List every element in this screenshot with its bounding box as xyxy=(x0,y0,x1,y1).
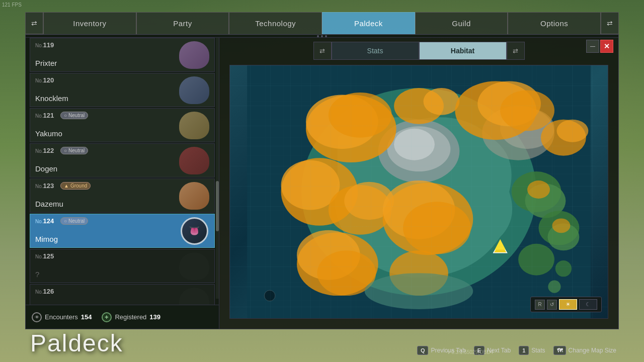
type-badge-123: ▲ Ground xyxy=(60,182,91,190)
pal-image-125 xyxy=(174,249,214,283)
map-tab-habitat[interactable]: Habitat xyxy=(419,42,507,60)
fps-counter: 121 FPS xyxy=(2,2,22,8)
pal-sidebar: No.119 Prixter No.120 Knocklem xyxy=(26,35,219,329)
type-badge-124: ○ Neutral xyxy=(60,217,88,225)
svg-point-41 xyxy=(264,290,275,301)
map-key-badge[interactable]: 🗺 xyxy=(553,346,566,355)
version-text: v 0.3.1.55029(DBD4 xyxy=(447,349,493,355)
svg-point-10 xyxy=(329,93,392,138)
pal-image-122 xyxy=(174,144,214,177)
svg-point-37 xyxy=(527,180,550,199)
day-mode-button[interactable]: ☀ xyxy=(559,299,577,310)
pal-image-126 xyxy=(174,285,214,305)
encounters-stat: 👁 Encounters 154 xyxy=(32,312,92,322)
pal-image-119 xyxy=(174,38,214,71)
pal-item-121[interactable]: No.121 ○ Neutral Yakumo xyxy=(30,108,215,142)
svg-point-34 xyxy=(555,260,572,277)
pal-item-122[interactable]: No.122 ○ Neutral Dogen xyxy=(30,143,215,177)
svg-point-15 xyxy=(500,90,554,131)
pal-item-125[interactable]: No.125 ? xyxy=(30,249,215,283)
pal-name-121: Yakumo xyxy=(35,129,62,138)
pal-name-125: ? xyxy=(35,270,39,279)
pal-image-120 xyxy=(174,73,214,107)
pal-item-124[interactable]: No.124 ○ Neutral Mimog 👅 xyxy=(30,214,215,248)
registered-label: Registered xyxy=(115,313,146,321)
svg-point-17 xyxy=(556,120,588,142)
tab-party[interactable]: Party xyxy=(136,12,229,34)
stats-label: Stats xyxy=(531,347,545,354)
close-button[interactable]: ✕ xyxy=(600,40,613,53)
svg-point-33 xyxy=(518,244,554,276)
pal-name-120: Knocklem xyxy=(35,94,68,103)
tab-technology[interactable]: Technology xyxy=(229,12,322,34)
map-tab-right-arrow[interactable]: ⇄ xyxy=(507,42,525,60)
resize-handle-top xyxy=(26,35,618,38)
night-mode-button[interactable]: ☾ xyxy=(579,299,597,310)
svg-point-5 xyxy=(394,129,435,160)
pal-item-123[interactable]: No.123 ▲ Ground Dazemu xyxy=(30,178,215,213)
encounters-label: Encounters xyxy=(45,313,78,321)
type-badge-121: ○ Neutral xyxy=(60,112,88,119)
registered-value: 139 xyxy=(149,313,160,321)
pal-name-123: Dazemu xyxy=(35,200,63,208)
encounters-value: 154 xyxy=(81,313,92,321)
pal-image-124: 👅 xyxy=(174,214,214,247)
svg-point-36 xyxy=(365,273,473,309)
map-tab-left-arrow[interactable]: ⇄ xyxy=(313,42,332,60)
scrollbar[interactable] xyxy=(216,37,219,299)
page-title: Paldeck xyxy=(30,329,123,357)
nav-left-arrow[interactable]: ⇄ xyxy=(25,12,43,34)
pal-list: No.119 Prixter No.120 Knocklem xyxy=(26,35,219,305)
tab-guild[interactable]: Guild xyxy=(415,12,508,34)
scrollbar-thumb[interactable] xyxy=(216,181,219,231)
stats-control: 1 Stats xyxy=(519,346,545,355)
encounters-icon: 👁 xyxy=(32,312,42,322)
map-tabs: ⇄ Stats Habitat ⇄ xyxy=(313,42,525,60)
main-panel: No.119 Prixter No.120 Knocklem xyxy=(25,34,619,329)
tab-paldeck[interactable]: Paldeck xyxy=(322,12,415,34)
change-map-label: Change Map Size xyxy=(569,347,616,354)
ui-overlay: 121 FPS ⇄ Inventory Party Technology Pal… xyxy=(0,0,644,362)
map-area: ⇄ Stats Habitat ⇄ ─ ✕ xyxy=(219,35,618,329)
pal-name-122: Dogen xyxy=(35,164,57,173)
refresh-toggle-button[interactable]: R xyxy=(535,300,545,310)
type-badge-122: ○ Neutral xyxy=(60,147,88,154)
tab-options[interactable]: Options xyxy=(508,12,601,34)
nav-bar: ⇄ Inventory Party Technology Paldeck Gui… xyxy=(25,12,619,34)
svg-point-24 xyxy=(403,202,471,254)
svg-point-38 xyxy=(552,218,570,233)
registered-icon: ✚ xyxy=(102,312,112,322)
pal-name-119: Prixter xyxy=(35,59,57,67)
svg-point-35 xyxy=(548,281,560,293)
svg-point-12 xyxy=(423,88,459,115)
nav-right-arrow[interactable]: ⇄ xyxy=(601,12,619,34)
change-map-control: 🗺 Change Map Size xyxy=(553,346,616,355)
map-container[interactable]: R ↺ ☀ ☾ xyxy=(229,65,608,319)
cycle-toggle-button[interactable]: ↺ xyxy=(547,300,557,310)
map-tab-stats[interactable]: Stats xyxy=(332,42,419,60)
pal-item-120[interactable]: No.120 Knocklem xyxy=(30,73,215,107)
habitat-map xyxy=(230,65,608,318)
bottom-controls: Q Previous Tab E Next Tab 1 Stats 🗺 Chan… xyxy=(417,346,616,355)
sidebar-stats: 👁 Encounters 154 ✚ Registered 139 xyxy=(26,305,219,329)
pal-image-123 xyxy=(174,179,214,212)
tab-inventory[interactable]: Inventory xyxy=(43,12,136,34)
registered-stat: ✚ Registered 139 xyxy=(102,312,160,322)
pal-name-124: Mimog xyxy=(35,235,58,243)
q-key-badge[interactable]: Q xyxy=(417,346,429,355)
minimize-button[interactable]: ─ xyxy=(586,40,599,53)
pal-item-126[interactable]: No.126 ? xyxy=(30,284,215,305)
pal-image-121 xyxy=(174,109,214,142)
day-night-toggle: R ↺ ☀ ☾ xyxy=(530,297,602,312)
1-key-badge[interactable]: 1 xyxy=(519,346,529,355)
pal-item-119[interactable]: No.119 Prixter xyxy=(30,38,215,72)
